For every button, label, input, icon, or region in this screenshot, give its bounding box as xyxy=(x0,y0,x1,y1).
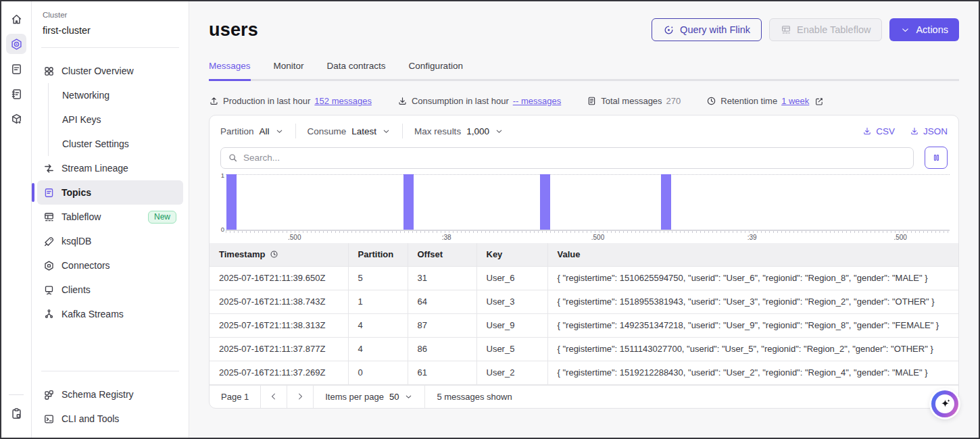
sidebar-item-tableflow[interactable]: TableflowNew xyxy=(37,205,183,229)
items-per-page-select[interactable]: Items per page 50 xyxy=(314,386,425,408)
chevron-down-icon xyxy=(900,25,910,35)
table-row[interactable]: 2025-07-16T21:11:37.269Z061User_2{ "regi… xyxy=(210,361,958,384)
column-header-partition: Partition xyxy=(348,243,408,266)
tab-configuration[interactable]: Configuration xyxy=(409,61,463,79)
tab-monitor[interactable]: Monitor xyxy=(274,61,304,79)
cell-value: { "registertime": 1519212288430, "userid… xyxy=(547,361,958,384)
cell-key: User_2 xyxy=(476,361,547,384)
cell-offset: 86 xyxy=(408,337,476,361)
sidebar-item-label: Clients xyxy=(62,284,91,295)
enable-tableflow-button[interactable]: Enable Tableflow xyxy=(769,18,882,41)
cell-value: { "registertime": 1511143027700, "userid… xyxy=(547,337,958,361)
next-page-button[interactable] xyxy=(287,386,314,408)
stat-label: Consumption in last hour xyxy=(412,96,509,106)
stat-production-in-last-hour: Production in last hour152 messages xyxy=(209,96,372,106)
x-axis-label: .500 xyxy=(288,234,301,241)
y-axis-label: 0 xyxy=(219,226,224,233)
cluster-section-label: Cluster xyxy=(43,11,178,19)
table-row[interactable]: 2025-07-16T21:11:38.313Z487User_9{ "regi… xyxy=(210,313,958,337)
connectors-icon xyxy=(43,260,55,272)
stat-consumption-in-last-hour: Consumption in last hour-- messages xyxy=(397,96,561,106)
sidebar-item-kafka-streams[interactable]: Kafka Streams xyxy=(37,302,183,326)
sidebar-item-cli-and-tools[interactable]: CLI and Tools xyxy=(37,407,183,431)
notebook-icon xyxy=(10,88,23,101)
grid-icon xyxy=(43,66,55,77)
message-rate-chart: 10 .500:38.500:39.500 xyxy=(210,169,958,243)
query-with-flink-button[interactable]: Query with Flink xyxy=(652,18,762,41)
sidebar-item-clients[interactable]: Clients xyxy=(37,278,183,302)
edit-icon[interactable] xyxy=(814,97,824,106)
query-with-flink-label: Query with Flink xyxy=(680,24,750,35)
consume-dropdown[interactable]: ConsumeLatest xyxy=(308,126,391,136)
pause-button[interactable] xyxy=(925,147,948,169)
ksqldb-icon xyxy=(43,236,55,247)
sidebar: Cluster first-cluster Cluster OverviewNe… xyxy=(32,1,189,438)
column-header-timestamp[interactable]: Timestamp xyxy=(210,243,348,266)
stat-value: 270 xyxy=(666,96,681,106)
x-axis-label: :39 xyxy=(748,234,757,241)
sidebar-item-label: CLI and Tools xyxy=(62,413,119,424)
actions-button[interactable]: Actions xyxy=(889,18,959,41)
sidebar-item-label: Stream Lineage xyxy=(62,163,128,174)
clipboard-icon xyxy=(10,407,23,420)
prev-page-button[interactable] xyxy=(261,386,287,408)
sidebar-item-label: Schema Registry xyxy=(62,389,134,400)
notebook-rail-button[interactable] xyxy=(6,84,26,104)
flink-icon xyxy=(663,24,675,36)
chevron-down-icon xyxy=(495,127,504,136)
x-axis-label: .500 xyxy=(893,234,906,241)
clock-icon xyxy=(706,96,716,106)
stat-value-link[interactable]: 152 messages xyxy=(314,96,372,106)
sidebar-item-api-keys[interactable]: API Keys xyxy=(37,107,183,132)
cluster-icon xyxy=(10,38,23,51)
stat-value-link[interactable]: -- messages xyxy=(513,96,562,106)
cell-key: User_9 xyxy=(476,313,547,337)
max-results-dropdown[interactable]: Max results1,000 xyxy=(414,126,504,136)
table-row[interactable]: 2025-07-16T21:11:38.743Z164User_3{ "regi… xyxy=(210,290,958,313)
actions-label: Actions xyxy=(916,24,948,35)
icon-rail xyxy=(1,1,32,438)
filter-label: Max results xyxy=(414,126,461,136)
sidebar-item-label: API Keys xyxy=(62,114,101,125)
sidebar-item-schema-registry[interactable]: Schema Registry xyxy=(37,382,183,407)
tab-messages[interactable]: Messages xyxy=(209,61,251,79)
home-rail-button[interactable] xyxy=(6,9,26,29)
items-per-page-value: 50 xyxy=(389,392,399,402)
tab-data-contracts[interactable]: Data contracts xyxy=(327,61,386,79)
sidebar-item-cluster-overview[interactable]: Cluster Overview xyxy=(37,59,183,83)
cluster-rail-button[interactable] xyxy=(6,34,26,54)
sidebar-item-topics[interactable]: Topics xyxy=(37,180,183,205)
cell-offset: 31 xyxy=(408,266,476,290)
chart-bar xyxy=(226,174,237,230)
cell-partition: 5 xyxy=(348,266,408,290)
sidebar-item-label: Networking xyxy=(62,90,109,101)
filter-value: 1,000 xyxy=(466,126,489,136)
table-row[interactable]: 2025-07-16T21:11:39.650Z531User_6{ "regi… xyxy=(210,266,958,290)
box-rail-button[interactable] xyxy=(6,109,26,129)
messages-table: TimestampPartitionOffsetKeyValue 2025-07… xyxy=(210,243,958,385)
new-badge: New xyxy=(148,211,176,224)
chart-bar xyxy=(661,174,671,230)
filter-label: Consume xyxy=(308,126,347,136)
download-json-button[interactable]: JSON xyxy=(910,126,948,136)
copilot-button[interactable] xyxy=(931,390,958,417)
chevron-left-icon xyxy=(269,392,278,401)
download-csv-button[interactable]: CSV xyxy=(862,126,895,136)
sidebar-item-networking[interactable]: Networking xyxy=(37,83,183,107)
stats-row: Production in last hour152 messagesConsu… xyxy=(209,96,959,106)
search-input[interactable] xyxy=(243,153,906,163)
table-row[interactable]: 2025-07-16T21:11:37.877Z486User_5{ "regi… xyxy=(210,337,958,361)
streams-icon xyxy=(43,309,55,320)
logs-rail-button[interactable] xyxy=(6,59,26,79)
sidebar-item-ksqldb[interactable]: ksqlDB xyxy=(37,229,183,253)
partition-dropdown[interactable]: PartitionAll xyxy=(220,126,284,136)
export-label: CSV xyxy=(876,126,895,136)
clipboard-rail-button[interactable] xyxy=(6,403,26,423)
stat-value-link[interactable]: 1 week xyxy=(781,96,809,106)
column-label: Key xyxy=(487,249,503,259)
download-icon xyxy=(862,126,872,136)
sidebar-item-stream-lineage[interactable]: Stream Lineage xyxy=(37,156,183,180)
sidebar-item-connectors[interactable]: Connectors xyxy=(37,253,183,278)
sidebar-item-cluster-settings[interactable]: Cluster Settings xyxy=(37,132,183,156)
column-header-value: Value xyxy=(547,243,958,266)
